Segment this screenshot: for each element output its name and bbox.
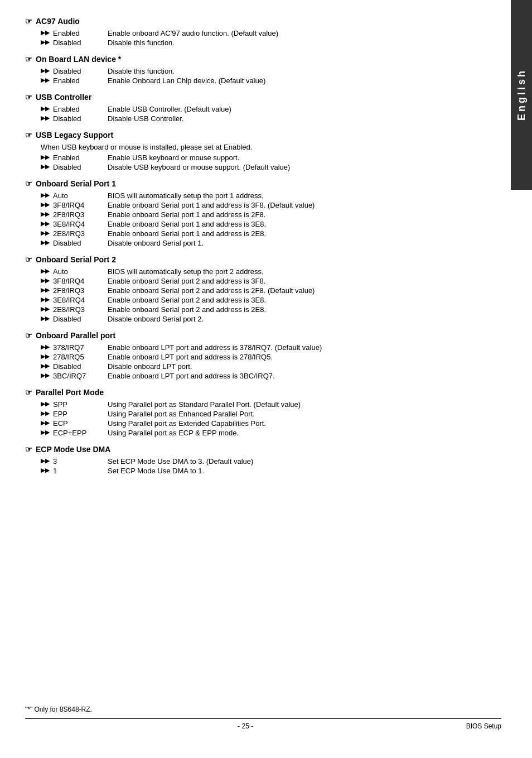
item-row: ▶▶ 3E8/IRQ4Enable onboard Serial port 2 … (41, 296, 480, 304)
item-row: ▶▶ 378/IRQ7Enable onboard LPT port and a… (41, 343, 480, 352)
item-value-text: Enable onboard LPT port and address is 2… (108, 353, 480, 361)
bullet-icon: ▶▶ (41, 210, 50, 218)
section-title-ac97-audio: ☞AC97 Audio (25, 17, 480, 26)
item-key: ▶▶ 2F8/IRQ3 (41, 286, 108, 295)
bullet-icon: ▶▶ (41, 296, 50, 303)
item-row: ▶▶ 278/IRQ5Enable onboard LPT port and a… (41, 353, 480, 361)
item-value-text: Disable this function. (108, 39, 480, 47)
item-key: ▶▶ EPP (41, 410, 108, 418)
section-onboard-serial-port-1: ☞Onboard Serial Port 1▶▶ AutoBIOS will a… (25, 179, 480, 247)
bullet-icon: ▶▶ (41, 343, 50, 351)
bullet-icon: ▶▶ (41, 114, 50, 122)
footer: - 25 - BIOS Setup (25, 718, 501, 730)
side-tab-text: English (516, 69, 528, 121)
item-row: ▶▶ DisabledDisable this function. (41, 39, 480, 47)
item-value-text: Set ECP Mode Use DMA to 1. (108, 467, 480, 475)
section-title-onboard-serial-port-2: ☞Onboard Serial Port 2 (25, 255, 480, 264)
section-title-ecp-mode-use-dma: ☞ECP Mode Use DMA (25, 445, 480, 454)
item-value-text: Enable onboard Serial port 2 and address… (108, 296, 480, 304)
item-row: ▶▶ 1Set ECP Mode Use DMA to 1. (41, 467, 480, 475)
cursor-icon: ☞ (25, 179, 32, 188)
item-key: ▶▶ SPP (41, 400, 108, 409)
item-row: ▶▶ DisabledDisable this function. (41, 67, 480, 75)
bullet-icon: ▶▶ (41, 67, 50, 74)
item-key-text: Enabled (53, 76, 80, 85)
item-value-text: Enable onboard Serial port 2 and address… (108, 277, 480, 285)
item-key: ▶▶ 2E8/IRQ3 (41, 305, 108, 314)
item-value-text: Set ECP Mode Use DMA to 3. (Default valu… (108, 457, 480, 466)
item-key-text: Enabled (53, 29, 80, 37)
item-key-text: Disabled (53, 239, 81, 247)
item-row: ▶▶ 2F8/IRQ3Enable onboard Serial port 1 … (41, 210, 480, 219)
item-key-text: 2F8/IRQ3 (53, 286, 84, 295)
item-value-text: Disable onboard LPT port. (108, 362, 480, 371)
item-value-text: Enable onboard Serial port 1 and address… (108, 229, 480, 238)
bullet-icon: ▶▶ (41, 372, 50, 379)
item-key-text: 2F8/IRQ3 (53, 210, 84, 219)
cursor-icon: ☞ (25, 131, 32, 140)
item-key: ▶▶ Disabled (41, 67, 108, 75)
item-key-text: SPP (53, 400, 67, 409)
bullet-icon: ▶▶ (41, 105, 50, 112)
section-parallel-port-mode: ☞Parallel Port Mode▶▶ SPPUsing Parallel … (25, 388, 480, 437)
section-ac97-audio: ☞AC97 Audio▶▶ EnabledEnable onboard AC'9… (25, 17, 480, 47)
item-row: ▶▶ EnabledEnable USB keyboard or mouse s… (41, 153, 480, 162)
section-onboard-lan: ☞On Board LAN device *▶▶ DisabledDisable… (25, 55, 480, 85)
bullet-icon: ▶▶ (41, 410, 50, 417)
bullet-icon: ▶▶ (41, 353, 50, 360)
item-row: ▶▶ DisabledDisable USB Controller. (41, 114, 480, 123)
item-row: ▶▶ SPPUsing Parallel port as Standard Pa… (41, 400, 480, 409)
item-key: ▶▶ 3E8/IRQ4 (41, 220, 108, 228)
item-row: ▶▶ DisabledDisable onboard Serial port 2… (41, 315, 480, 323)
bullet-icon: ▶▶ (41, 362, 50, 370)
item-value-text: Disable USB Controller. (108, 114, 480, 123)
section-title-onboard-parallel-port: ☞Onboard Parallel port (25, 331, 480, 340)
section-title-text: Onboard Parallel port (36, 331, 115, 340)
item-value-text: Enable onboard LPT port and address is 3… (108, 343, 480, 352)
bullet-icon: ▶▶ (41, 76, 50, 84)
footer-page: - 25 - (25, 722, 466, 730)
item-value-text: Enable onboard Serial port 1 and address… (108, 220, 480, 228)
bullet-icon: ▶▶ (41, 286, 50, 294)
section-title-text: Parallel Port Mode (36, 388, 104, 397)
item-value-text: Enable onboard AC'97 audio function. (De… (108, 29, 480, 37)
item-row: ▶▶ 3BC/IRQ7Enable onboard LPT port and a… (41, 372, 480, 380)
bullet-icon: ▶▶ (41, 419, 50, 426)
bullet-icon: ▶▶ (41, 191, 50, 199)
item-key: ▶▶ 3 (41, 457, 108, 466)
item-key: ▶▶ Disabled (41, 239, 108, 247)
item-value-text: Enable onboard Serial port 1 and address… (108, 201, 480, 209)
item-row: ▶▶ 3Set ECP Mode Use DMA to 3. (Default … (41, 457, 480, 466)
item-key-text: ECP (53, 419, 68, 428)
item-key-text: 1 (53, 467, 57, 475)
bullet-icon: ▶▶ (41, 277, 50, 284)
item-key-text: 2E8/IRQ3 (53, 305, 85, 314)
section-title-parallel-port-mode: ☞Parallel Port Mode (25, 388, 480, 397)
section-title-onboard-serial-port-1: ☞Onboard Serial Port 1 (25, 179, 480, 188)
item-key-text: Auto (53, 267, 68, 276)
cursor-icon: ☞ (25, 445, 32, 454)
section-onboard-serial-port-2: ☞Onboard Serial Port 2▶▶ AutoBIOS will a… (25, 255, 480, 323)
item-key: ▶▶ Disabled (41, 39, 108, 47)
cursor-icon: ☞ (25, 388, 32, 397)
item-row: ▶▶ DisabledDisable onboard LPT port. (41, 362, 480, 371)
section-ecp-mode-use-dma: ☞ECP Mode Use DMA▶▶ 3Set ECP Mode Use DM… (25, 445, 480, 475)
section-onboard-parallel-port: ☞Onboard Parallel port▶▶ 378/IRQ7Enable … (25, 331, 480, 380)
item-value-text: Enable USB keyboard or mouse support. (108, 153, 480, 162)
bullet-icon: ▶▶ (41, 229, 50, 237)
item-row: ▶▶ AutoBIOS will automatically setup the… (41, 191, 480, 200)
bullet-icon: ▶▶ (41, 467, 50, 474)
item-key-text: Disabled (53, 163, 81, 171)
item-key: ▶▶ Auto (41, 267, 108, 276)
item-row: ▶▶ DisabledDisable USB keyboard or mouse… (41, 163, 480, 171)
item-key-text: Disabled (53, 67, 81, 75)
item-key-text: Enabled (53, 105, 80, 113)
item-key: ▶▶ 2F8/IRQ3 (41, 210, 108, 219)
item-key-text: 3F8/IRQ4 (53, 277, 84, 285)
item-key: ▶▶ 1 (41, 467, 108, 475)
item-key-text: Disabled (53, 39, 81, 47)
item-key: ▶▶ Enabled (41, 29, 108, 37)
item-key: ▶▶ Disabled (41, 114, 108, 123)
bullet-icon: ▶▶ (41, 400, 50, 407)
item-value-text: Disable this function. (108, 67, 480, 75)
